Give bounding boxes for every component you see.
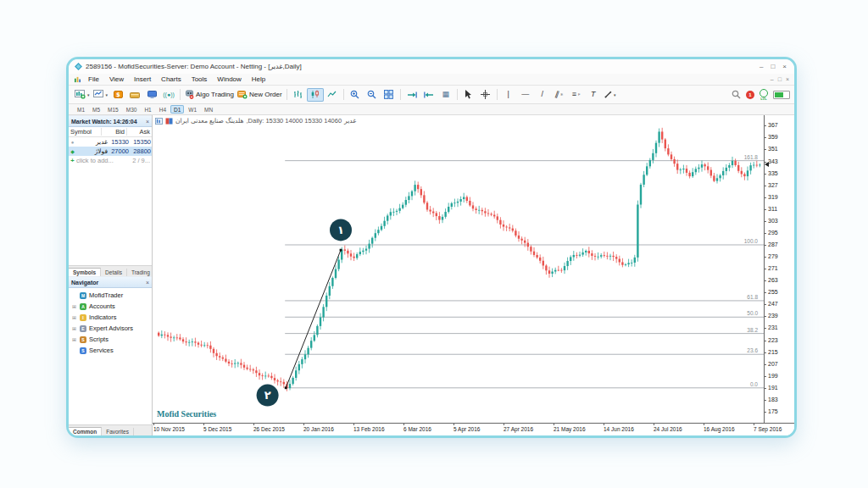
zoom-in-button[interactable] bbox=[347, 88, 364, 102]
horizontal-line-button[interactable]: — bbox=[517, 88, 534, 102]
candle-chart-button[interactable] bbox=[307, 88, 324, 102]
arrows-button[interactable]: ▾ bbox=[602, 88, 619, 102]
candle-body bbox=[722, 171, 724, 175]
one-click-trading-icon[interactable] bbox=[165, 118, 173, 125]
templates-button[interactable]: ▦ bbox=[437, 88, 454, 102]
trend-line-button[interactable]: / bbox=[534, 88, 551, 102]
expand-icon[interactable]: ⊞ bbox=[71, 336, 77, 342]
new-order-button[interactable]: New Order bbox=[236, 88, 284, 102]
notifications-badge[interactable]: 1 bbox=[746, 91, 754, 99]
market-watch-row[interactable]: ◆فولاژ2700028800 bbox=[69, 147, 152, 156]
market-watch-close-icon[interactable]: × bbox=[146, 119, 149, 125]
crosshair-button[interactable] bbox=[477, 88, 494, 102]
menu-charts[interactable]: Charts bbox=[156, 75, 186, 83]
tab-symbols[interactable]: Symbols bbox=[69, 268, 101, 276]
navigator-item-label: Expert Advisors bbox=[89, 324, 133, 332]
date-tick: 24 Jul 2016 bbox=[654, 426, 682, 432]
tab-details[interactable]: Details bbox=[101, 269, 127, 276]
navigator-item-services[interactable]: SServices bbox=[71, 345, 152, 356]
menu-file[interactable]: File bbox=[83, 75, 104, 83]
expand-icon[interactable]: ⊞ bbox=[71, 314, 77, 320]
market-watch-header[interactable]: Market Watch: 14:26:04 × bbox=[69, 115, 152, 127]
history-button[interactable] bbox=[126, 88, 143, 102]
tab-favorites[interactable]: Favorites bbox=[102, 428, 134, 435]
navigator-header[interactable]: Navigator × bbox=[69, 276, 152, 288]
chart-header: هلدینگ صنایع معدنی ایران ,Daily: 15330 1… bbox=[155, 117, 356, 125]
expand-icon[interactable]: ⊞ bbox=[71, 303, 77, 309]
timeframe-m1[interactable]: M1 bbox=[74, 105, 88, 114]
price-axis[interactable]: 3673593513433353273193113032952872792712… bbox=[764, 115, 794, 424]
chart-shift-button[interactable] bbox=[420, 88, 437, 102]
title-bar[interactable]: 2589156 - MofidSecurities-Server: Demo A… bbox=[69, 59, 794, 74]
timeframe-m15[interactable]: M15 bbox=[104, 105, 122, 114]
auto-scroll-button[interactable] bbox=[403, 88, 420, 102]
market-watch-row[interactable]: ●غدير1533015350 bbox=[69, 137, 152, 147]
navigator-close-icon[interactable]: × bbox=[146, 280, 149, 286]
broker-watermark: Mofid Securities bbox=[157, 409, 216, 419]
window-minimize-button[interactable]: – bbox=[760, 63, 763, 70]
mdi-minimize-button[interactable]: – bbox=[771, 76, 774, 82]
connection-status-icon[interactable]: LVL bbox=[760, 89, 768, 101]
fibonacci-icon: ≡ bbox=[572, 91, 576, 98]
timeframe-w1[interactable]: W1 bbox=[185, 105, 200, 114]
search-icon[interactable] bbox=[732, 90, 741, 99]
price-tick: 199 bbox=[768, 373, 778, 379]
navigator-item-indicators[interactable]: ⊞IIndicators bbox=[71, 312, 152, 323]
time-axis[interactable]: 10 Nov 20155 Dec 201526 Dec 201520 Jan 2… bbox=[153, 423, 794, 435]
new-chart-button[interactable]: ▾ bbox=[73, 88, 92, 102]
timeframe-m5[interactable]: M5 bbox=[89, 105, 103, 114]
mdi-close-button[interactable]: × bbox=[786, 76, 789, 82]
candle-body bbox=[414, 185, 415, 191]
text-button[interactable]: T bbox=[585, 88, 602, 102]
trend-anchor-dot[interactable] bbox=[340, 249, 342, 252]
menu-view[interactable]: View bbox=[104, 75, 129, 83]
tab-trading[interactable]: Trading bbox=[127, 269, 152, 276]
chart-area[interactable]: هلدینگ صنایع معدنی ایران ,Daily: 15330 1… bbox=[153, 115, 794, 435]
navigator-item-expert-advisors[interactable]: ⊞EExpert Advisors bbox=[71, 323, 152, 334]
timeframe-d1[interactable]: D1 bbox=[170, 105, 184, 114]
timeframe-h1[interactable]: H1 bbox=[141, 105, 154, 114]
equidistant-channel-button[interactable]: ∥E bbox=[551, 88, 568, 102]
tile-windows-button[interactable] bbox=[381, 88, 398, 102]
vps-button[interactable] bbox=[143, 88, 160, 102]
price-tick: 327 bbox=[768, 182, 778, 188]
menu-insert[interactable]: Insert bbox=[129, 75, 156, 83]
market-watch-add-row[interactable]: + click to add... 2 / 9... bbox=[69, 156, 152, 165]
fib-trend-line[interactable] bbox=[286, 250, 341, 388]
window-close-button[interactable]: × bbox=[782, 63, 787, 70]
annotation-point-2[interactable]: ۲ bbox=[257, 385, 279, 407]
menu-window[interactable]: Window bbox=[212, 75, 246, 83]
menu-tools[interactable]: Tools bbox=[186, 75, 213, 83]
candle-body bbox=[356, 254, 358, 258]
signals-button[interactable]: ((●)) bbox=[160, 88, 177, 102]
candle-body bbox=[411, 191, 413, 197]
left-panel: Market Watch: 14:26:04 × SymbolBidAsk ●غ… bbox=[69, 115, 153, 435]
timeframe-mn[interactable]: MN bbox=[201, 105, 216, 114]
zoom-out-button[interactable] bbox=[364, 88, 381, 102]
candlestick-plot[interactable]: 0.023.638.250.061.8100.0161.8۱۲ bbox=[153, 115, 765, 424]
timeframe-m30[interactable]: M30 bbox=[123, 105, 141, 114]
navigator-item-accounts[interactable]: ⊞AAccounts bbox=[71, 301, 152, 312]
fibonacci-button[interactable]: ≡F bbox=[568, 88, 585, 102]
mdi-restore-button[interactable]: □ bbox=[778, 76, 782, 82]
navigator-item-scripts[interactable]: ⊞SScripts bbox=[71, 334, 152, 345]
market-button[interactable]: $ bbox=[109, 88, 126, 102]
tab-common[interactable]: Common bbox=[69, 427, 102, 435]
line-chart-button[interactable] bbox=[324, 88, 341, 102]
timeframe-h4[interactable]: H4 bbox=[156, 105, 170, 114]
profiles-button[interactable]: ▾ bbox=[92, 88, 110, 102]
candle-body bbox=[737, 165, 739, 171]
expand-icon[interactable]: ⊞ bbox=[71, 325, 77, 331]
annotation-point-1[interactable]: ۱ bbox=[330, 219, 352, 241]
navigator-item-mofidtrader[interactable]: MMofidTrader bbox=[71, 290, 152, 301]
window-maximize-button[interactable]: □ bbox=[771, 63, 775, 70]
cursor-button[interactable] bbox=[460, 88, 477, 102]
dropdown-caret-icon: ▾ bbox=[87, 92, 90, 97]
trend-anchor-dot[interactable] bbox=[285, 386, 287, 389]
menu-help[interactable]: Help bbox=[247, 75, 270, 83]
bar-chart-button[interactable] bbox=[290, 88, 307, 102]
candle-body bbox=[719, 175, 721, 178]
candle-body bbox=[713, 175, 715, 180]
algo-trading-button[interactable]: Algo Trading bbox=[183, 88, 236, 102]
vertical-line-button[interactable]: | bbox=[500, 88, 517, 102]
